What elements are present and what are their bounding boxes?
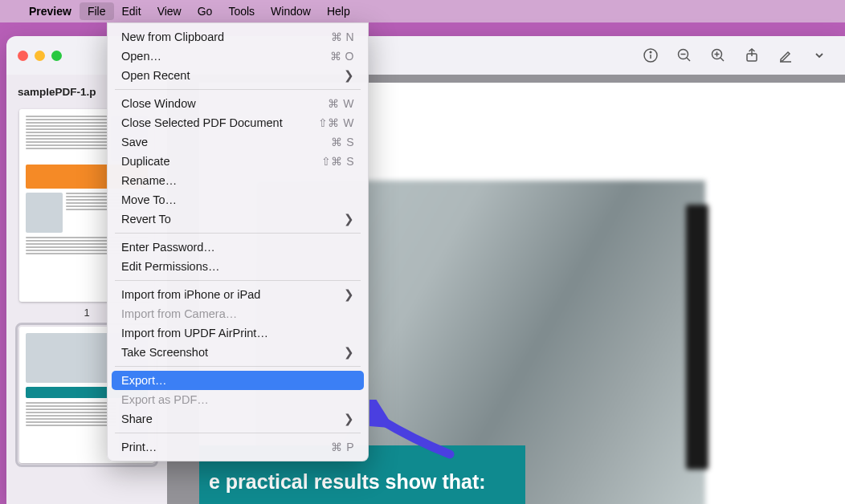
info-icon[interactable] bbox=[636, 43, 665, 67]
menu-help[interactable]: Help bbox=[319, 2, 358, 20]
app-name[interactable]: Preview bbox=[21, 2, 80, 20]
menu-item-open[interactable]: Open…⌘ O bbox=[112, 47, 364, 66]
menu-shortcut: ⇧⌘ W bbox=[318, 116, 354, 129]
menu-shortcut: ⌘ S bbox=[331, 136, 354, 148]
menu-shortcut: ⌘ N bbox=[331, 30, 355, 43]
menu-shortcut: ⌘ O bbox=[330, 50, 354, 63]
menu-separator bbox=[115, 89, 361, 90]
menu-shortcut: ⌘ P bbox=[331, 441, 354, 453]
menu-separator bbox=[115, 233, 361, 234]
menu-tools[interactable]: Tools bbox=[220, 2, 263, 20]
menu-item-duplicate[interactable]: Duplicate⇧⌘ S bbox=[112, 152, 364, 171]
minimize-window-button[interactable] bbox=[35, 51, 45, 61]
menu-item-label: Print… bbox=[121, 441, 331, 453]
menu-item-label: Rename… bbox=[121, 174, 354, 187]
share-icon[interactable] bbox=[737, 43, 766, 67]
menu-item-label: Import from iPhone or iPad bbox=[121, 288, 344, 301]
menu-item-import-from-camera: Import from Camera… bbox=[112, 304, 364, 323]
menu-item-label: Share bbox=[121, 413, 344, 425]
menu-item-move-to[interactable]: Move To… bbox=[112, 190, 364, 209]
menu-item-label: Close Selected PDF Document bbox=[121, 116, 318, 129]
more-chevron-icon[interactable] bbox=[805, 43, 834, 67]
chevron-right-icon: ❯ bbox=[344, 346, 354, 359]
zoom-in-icon[interactable] bbox=[704, 43, 733, 67]
menu-item-share[interactable]: Share❯ bbox=[112, 409, 364, 429]
menu-item-rename[interactable]: Rename… bbox=[112, 171, 364, 190]
menu-item-label: Revert To bbox=[121, 213, 344, 226]
menu-edit[interactable]: Edit bbox=[114, 2, 149, 20]
menu-shortcut: ⇧⌘ S bbox=[321, 155, 354, 168]
menu-item-label: Export… bbox=[121, 374, 354, 387]
file-dropdown-menu: New from Clipboard⌘ NOpen…⌘ OOpen Recent… bbox=[107, 22, 369, 461]
system-menubar: Preview File Edit View Go Tools Window H… bbox=[0, 0, 845, 22]
menu-item-label: Save bbox=[121, 136, 331, 148]
chevron-right-icon: ❯ bbox=[344, 288, 354, 301]
menu-shortcut: ⌘ W bbox=[328, 97, 354, 110]
chevron-right-icon: ❯ bbox=[344, 413, 354, 425]
menu-item-label: Close Window bbox=[121, 97, 328, 110]
menu-item-label: New from Clipboard bbox=[121, 30, 331, 43]
menu-item-export[interactable]: Export… bbox=[112, 371, 364, 390]
svg-point-2 bbox=[650, 51, 651, 53]
menu-separator bbox=[115, 433, 361, 433]
menu-item-label: Edit Permissions… bbox=[121, 260, 354, 273]
menu-item-edit-permissions[interactable]: Edit Permissions… bbox=[112, 257, 364, 276]
document-text: e practical results show that: bbox=[209, 470, 486, 494]
fullscreen-window-button[interactable] bbox=[51, 51, 62, 61]
menu-item-import-from-iphone-or-ipad[interactable]: Import from iPhone or iPad❯ bbox=[112, 285, 364, 304]
menu-item-new-from-clipboard[interactable]: New from Clipboard⌘ N bbox=[112, 27, 364, 47]
menu-item-print[interactable]: Print…⌘ P bbox=[112, 437, 364, 457]
menu-window[interactable]: Window bbox=[263, 2, 319, 20]
menu-item-close-selected-pdf-document[interactable]: Close Selected PDF Document⇧⌘ W bbox=[112, 113, 364, 132]
menu-file[interactable]: File bbox=[80, 2, 114, 20]
menu-item-label: Enter Password… bbox=[121, 241, 354, 254]
markup-icon[interactable] bbox=[771, 43, 800, 67]
menu-separator bbox=[115, 366, 361, 367]
svg-line-4 bbox=[687, 58, 690, 61]
menu-item-import-from-updf-airprint[interactable]: Import from UPDF AirPrint… bbox=[112, 323, 364, 343]
svg-line-7 bbox=[720, 58, 724, 61]
close-window-button[interactable] bbox=[18, 51, 28, 61]
menu-item-export-as-pdf: Export as PDF… bbox=[112, 390, 364, 409]
menu-separator bbox=[115, 280, 361, 281]
zoom-out-icon[interactable] bbox=[670, 43, 699, 67]
chevron-right-icon: ❯ bbox=[344, 213, 354, 226]
menu-item-label: Import from Camera… bbox=[121, 307, 354, 320]
traffic-lights bbox=[18, 51, 62, 61]
chevron-right-icon: ❯ bbox=[344, 69, 354, 82]
menu-item-label: Import from UPDF AirPrint… bbox=[121, 327, 354, 339]
menu-item-revert-to[interactable]: Revert To❯ bbox=[112, 209, 364, 229]
menu-item-label: Move To… bbox=[121, 193, 354, 206]
menu-item-label: Take Screenshot bbox=[121, 346, 344, 359]
menu-item-label: Export as PDF… bbox=[121, 393, 354, 406]
menu-item-open-recent[interactable]: Open Recent❯ bbox=[112, 66, 364, 85]
menu-item-enter-password[interactable]: Enter Password… bbox=[112, 238, 364, 257]
menu-item-close-window[interactable]: Close Window⌘ W bbox=[112, 94, 364, 113]
menu-item-label: Open… bbox=[121, 50, 330, 63]
menu-go[interactable]: Go bbox=[190, 2, 221, 20]
menu-item-label: Duplicate bbox=[121, 155, 321, 168]
menu-item-take-screenshot[interactable]: Take Screenshot❯ bbox=[112, 343, 364, 362]
menu-item-label: Open Recent bbox=[121, 69, 344, 82]
menu-item-save[interactable]: Save⌘ S bbox=[112, 132, 364, 152]
menu-view[interactable]: View bbox=[149, 2, 190, 20]
